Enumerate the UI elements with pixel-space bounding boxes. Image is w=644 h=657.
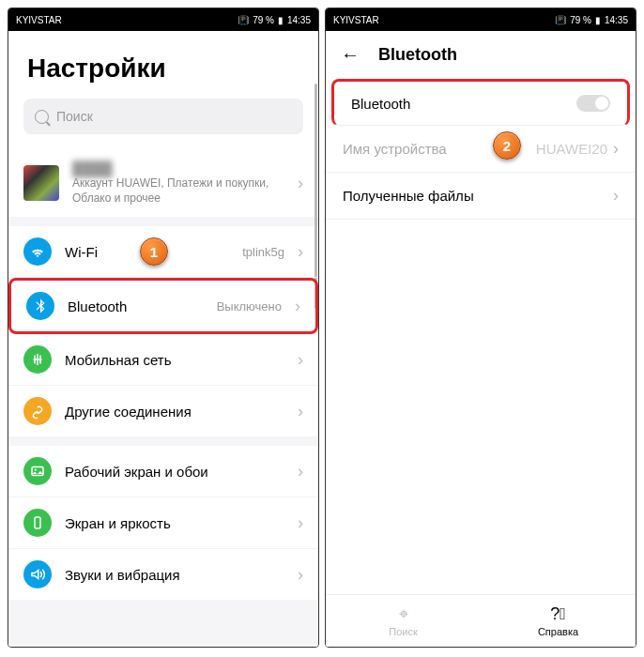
phone-icon (23, 509, 52, 537)
other-conn-label: Другие соединения (65, 404, 284, 420)
bluetooth-row[interactable]: Bluetooth Выключено › (8, 278, 318, 334)
clock: 14:35 (605, 15, 628, 25)
settings-screen: Настройки Поиск ████ Аккаунт HUAWEI, Пла… (8, 31, 318, 647)
account-name: ████ (72, 160, 284, 176)
link-icon (23, 397, 52, 425)
bluetooth-toggle-row[interactable]: Bluetooth (331, 79, 630, 126)
header: ← Bluetooth (326, 31, 636, 79)
nav-help[interactable]: ?⃝ Справка (481, 595, 636, 647)
vibrate-icon: 📳 (238, 15, 249, 25)
status-bar: KYIVSTAR 📳 79 % ▮ 14:35 (8, 8, 318, 31)
avatar (23, 165, 59, 201)
home-wallpaper-row[interactable]: Рабочий экран и обои › (8, 446, 318, 497)
carrier-label: KYIVSTAR (333, 15, 379, 25)
received-files-row[interactable]: Полученные файлы › (326, 173, 636, 220)
chevron-right-icon: › (295, 297, 300, 316)
bottom-nav: ⌖ Поиск ?⃝ Справка (326, 594, 636, 647)
svg-rect-2 (35, 517, 40, 528)
carrier-label: KYIVSTAR (16, 15, 62, 25)
received-files-label: Полученные файлы (343, 188, 474, 204)
wifi-icon (23, 237, 52, 266)
device-name-row[interactable]: Имя устройства HUAWEI20 › 2 (326, 126, 636, 173)
display-row[interactable]: Экран и яркость › (8, 497, 318, 549)
bluetooth-toggle[interactable] (576, 95, 610, 112)
battery-icon: ▮ (278, 15, 284, 25)
status-bar: KYIVSTAR 📳 79 % ▮ 14:35 (326, 8, 636, 31)
svg-point-1 (35, 469, 37, 471)
chevron-right-icon: › (298, 350, 303, 370)
wifi-row[interactable]: Wi-Fi tplink5g › 1 (8, 226, 318, 278)
chevron-right-icon: › (613, 139, 619, 159)
bt-toggle-label: Bluetooth (351, 96, 410, 112)
screenshot-left: KYIVSTAR 📳 79 % ▮ 14:35 Настройки Поиск … (8, 8, 319, 648)
device-name-value: HUAWEI20 (536, 141, 607, 157)
sound-label: Звуки и вибрация (65, 567, 284, 583)
bluetooth-label: Bluetooth (68, 298, 204, 314)
help-icon: ?⃝ (550, 604, 566, 624)
wallpaper-label: Рабочий экран и обои (65, 464, 284, 480)
sound-row[interactable]: Звуки и вибрация › (8, 549, 318, 600)
page-title: Настройки (8, 31, 318, 99)
wifi-value: tplink5g (242, 245, 284, 259)
mobile-network-icon (23, 345, 52, 374)
battery-percent: 79 % (253, 15, 274, 25)
chevron-right-icon: › (298, 174, 303, 193)
mobile-label: Мобильная сеть (65, 352, 284, 368)
search-placeholder: Поиск (56, 109, 93, 124)
chevron-right-icon: › (298, 565, 303, 585)
image-icon (23, 457, 52, 485)
back-button[interactable]: ← (341, 44, 360, 66)
chevron-right-icon: › (298, 402, 303, 421)
speaker-icon (23, 560, 52, 588)
screen-title: Bluetooth (378, 45, 457, 65)
account-subtitle: Аккаунт HUAWEI, Платежи и покупки, Облак… (72, 176, 284, 206)
clock: 14:35 (287, 15, 311, 25)
battery-percent: 79 % (570, 15, 591, 25)
screenshot-right: KYIVSTAR 📳 79 % ▮ 14:35 ← Bluetooth Blue… (325, 8, 636, 648)
bluetooth-screen: ← Bluetooth Bluetooth Имя устройства HUA… (326, 31, 636, 647)
nav-search[interactable]: ⌖ Поиск (326, 595, 481, 647)
search-input[interactable]: Поиск (23, 99, 303, 134)
chevron-right-icon: › (613, 186, 619, 206)
account-row[interactable]: ████ Аккаунт HUAWEI, Платежи и покупки, … (8, 149, 318, 217)
annotation-marker-2: 2 (493, 131, 521, 160)
compass-icon: ⌖ (399, 604, 408, 624)
nav-search-label: Поиск (389, 626, 417, 637)
chevron-right-icon: › (298, 462, 303, 481)
bluetooth-value: Выключено (217, 299, 282, 313)
nav-help-label: Справка (538, 626, 578, 637)
bluetooth-icon (26, 292, 54, 320)
other-connections-row[interactable]: Другие соединения › (8, 386, 318, 436)
vibrate-icon: 📳 (555, 15, 566, 25)
search-icon (35, 110, 49, 124)
battery-icon: ▮ (595, 15, 601, 25)
device-name-label: Имя устройства (343, 141, 447, 157)
chevron-right-icon: › (298, 513, 303, 533)
svg-rect-0 (32, 467, 43, 476)
mobile-network-row[interactable]: Мобильная сеть › (8, 334, 318, 386)
chevron-right-icon: › (298, 242, 303, 262)
display-label: Экран и яркость (65, 515, 284, 531)
annotation-marker-1: 1 (140, 237, 168, 266)
